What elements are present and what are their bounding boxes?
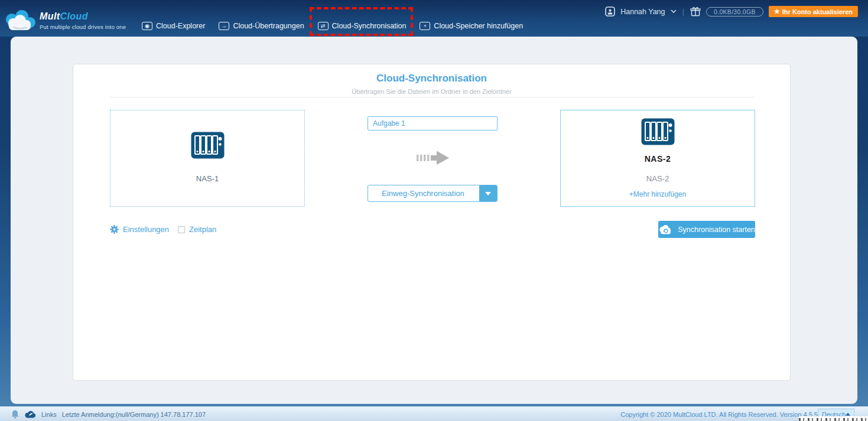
gear-icon[interactable] (110, 225, 119, 234)
cloud-sync-button-icon (658, 224, 673, 234)
separator: | (682, 7, 684, 16)
target-cloud-name: NAS-2 (645, 154, 671, 164)
cloud-sync-icon: ⇄ (318, 22, 329, 30)
brand-mult: Mult (40, 11, 60, 21)
nav-label: Cloud-Speicher hinzufügen (434, 22, 523, 30)
add-cloud-icon: + (420, 22, 430, 30)
nas-device-icon (191, 132, 225, 159)
source-cloud-name: NAS-1 (196, 174, 219, 183)
multcloud-logo[interactable]: MultCloud Put multiple cloud drives into… (4, 9, 126, 32)
sync-mode-value: Einweg-Synchronisation (368, 185, 479, 201)
start-sync-button[interactable]: Synchronisation starten (658, 221, 755, 238)
target-cloud-box[interactable]: NAS-2 NAS-2 +Mehr hinzufügen (560, 110, 755, 207)
cloud-explorer-glyph: ◉ (145, 23, 149, 28)
schedule-checkbox[interactable] (178, 226, 185, 233)
task-name-input[interactable] (368, 116, 498, 130)
avatar-icon[interactable] (605, 6, 615, 17)
caret-down-icon (485, 192, 491, 195)
brand-name: MultCloud (40, 11, 126, 22)
cloud-explorer-icon: ◉ (142, 22, 152, 30)
nav-cloud-transfer[interactable]: → Cloud-Übertragungen (217, 20, 305, 32)
cloud-sync-glyph: ⇄ (321, 23, 326, 28)
nav-label: Cloud-Übertragungen (233, 22, 304, 30)
top-navbar: MultCloud Put multiple cloud drives into… (0, 0, 868, 37)
user-area: Hannah Yang | 0.0KB/30.0GB ★ Ihr Konto a… (605, 6, 858, 17)
logo-text: MultCloud Put multiple cloud drives into… (40, 11, 126, 30)
nav-cloud-sync[interactable]: ⇄ Cloud-Synchronisation (317, 20, 408, 32)
add-more-link[interactable]: +Mehr hinzufügen (629, 190, 686, 198)
chevron-down-icon[interactable] (671, 9, 677, 14)
nav-label: Cloud-Synchronisation (332, 22, 407, 30)
footer-bar: Links Letzte Anmeldung:(null/Germany) 14… (0, 406, 868, 421)
brand-tagline: Put multiple cloud drives into one (40, 24, 126, 30)
caret-up-icon (846, 413, 850, 416)
settings-link[interactable]: Einstellungen (123, 225, 169, 234)
content-panel: Cloud-Synchronisation Übertragen Sie die… (11, 37, 857, 404)
schedule-label[interactable]: Zeitplan (189, 225, 216, 234)
cloud-transfer-icon: → (219, 22, 229, 30)
last-login-text: Letzte Anmeldung:(null/Germany) 147.78.1… (62, 411, 206, 418)
upgrade-label: Ihr Konto aktualisieren (782, 8, 853, 15)
divider (110, 97, 754, 97)
page-title: Cloud-Synchronisation (73, 73, 790, 84)
cloud-transfer-glyph: → (222, 23, 227, 28)
target-cloud-account: NAS-2 (646, 174, 669, 183)
logo-cloud-icon (4, 9, 36, 32)
user-name[interactable]: Hannah Yang (620, 8, 665, 16)
nas-device-icon (641, 118, 675, 145)
storage-usage-badge[interactable]: 0.0KB/30.0GB (706, 7, 763, 17)
dropdown-toggle-button[interactable] (479, 185, 497, 201)
options-row: Einstellungen Zeitplan (110, 225, 216, 234)
source-cloud-box[interactable]: NAS-1 (110, 110, 305, 207)
sync-mode-dropdown[interactable]: Einweg-Synchronisation (368, 185, 498, 202)
gift-icon[interactable] (690, 6, 701, 17)
cloud-sync-card: Cloud-Synchronisation Übertragen Sie die… (73, 64, 791, 381)
nav-add-cloud-storage[interactable]: + Cloud-Speicher hinzufügen (418, 20, 524, 32)
nav-label: Cloud-Explorer (156, 22, 205, 30)
cloud-link-icon[interactable] (24, 410, 36, 418)
upgrade-account-button[interactable]: ★ Ihr Konto aktualisieren (769, 6, 858, 17)
nav-cloud-explorer[interactable]: ◉ Cloud-Explorer (141, 20, 206, 32)
add-cloud-glyph: + (424, 23, 427, 28)
brand-cloud: Cloud (60, 11, 87, 21)
copyright-text: Copyright © 2020 MultCloud LTD. All Righ… (620, 411, 818, 418)
start-sync-label: Synchronisation starten (678, 226, 755, 234)
star-icon: ★ (774, 8, 780, 15)
bell-icon[interactable] (11, 410, 19, 419)
links-label[interactable]: Links (41, 411, 57, 418)
page-subtitle: Übertragen Sie die Dateien im Ordner in … (73, 88, 790, 95)
direction-arrow-icon (417, 149, 449, 168)
footer-left: Links Letzte Anmeldung:(null/Germany) 14… (11, 407, 206, 421)
main-navigation: ◉ Cloud-Explorer → Cloud-Übertragungen ⇄… (141, 20, 524, 32)
screen-edge-artifact (799, 416, 868, 421)
